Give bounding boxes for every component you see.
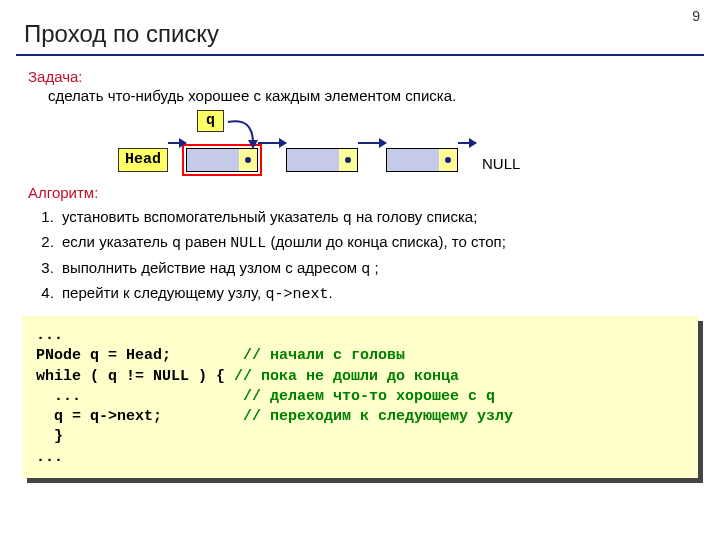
code-inline: q->next bbox=[265, 286, 328, 303]
q-pointer-box: q bbox=[197, 110, 224, 132]
step-text: если указатель bbox=[62, 233, 172, 250]
list-item: если указатель q равен NULL (дошли до ко… bbox=[58, 230, 720, 255]
linked-list-diagram: q Head NULL bbox=[118, 114, 720, 172]
q-arrow-icon bbox=[223, 117, 273, 151]
code-inline: q bbox=[343, 210, 352, 227]
task-label: Задача: bbox=[28, 68, 720, 85]
list-item: перейти к следующему узлу, q->next. bbox=[58, 281, 720, 306]
step-text: выполнить действие над узлом с адресом bbox=[62, 259, 361, 276]
page-title: Проход по списку bbox=[24, 20, 720, 48]
title-rule bbox=[16, 54, 704, 56]
step-text: перейти к следующему узлу, bbox=[62, 284, 265, 301]
task-text: сделать что-нибудь хорошее с каждым элем… bbox=[48, 87, 720, 104]
step-text: (дошли до конца списка), то стоп; bbox=[266, 233, 505, 250]
code-block: ... PNode q = Head; // начали с головы w… bbox=[22, 316, 698, 478]
list-item: выполнить действие над узлом с адресом q… bbox=[58, 256, 720, 281]
list-node bbox=[386, 148, 458, 172]
head-box: Head bbox=[118, 148, 168, 172]
list-node bbox=[186, 148, 258, 172]
step-text: ; bbox=[370, 259, 378, 276]
arrow-icon bbox=[168, 142, 186, 144]
step-text: установить вспомогательный указатель bbox=[62, 208, 343, 225]
code-inline: q bbox=[172, 235, 181, 252]
code-content: ... PNode q = Head; // начали с головы w… bbox=[22, 316, 698, 478]
code-inline: q bbox=[361, 261, 370, 278]
algorithm-steps: установить вспомогательный указатель q н… bbox=[34, 205, 720, 306]
algorithm-label: Алгоритм: bbox=[28, 184, 720, 201]
list-item: установить вспомогательный указатель q н… bbox=[58, 205, 720, 230]
page-number: 9 bbox=[692, 8, 700, 24]
svg-marker-0 bbox=[248, 140, 258, 149]
step-text: . bbox=[328, 284, 332, 301]
arrow-icon bbox=[458, 142, 476, 144]
arrow-icon bbox=[358, 142, 386, 144]
list-node bbox=[286, 148, 358, 172]
code-inline: NULL bbox=[230, 235, 266, 252]
step-text: равен bbox=[181, 233, 230, 250]
null-label: NULL bbox=[482, 155, 520, 172]
step-text: на голову списка; bbox=[352, 208, 478, 225]
